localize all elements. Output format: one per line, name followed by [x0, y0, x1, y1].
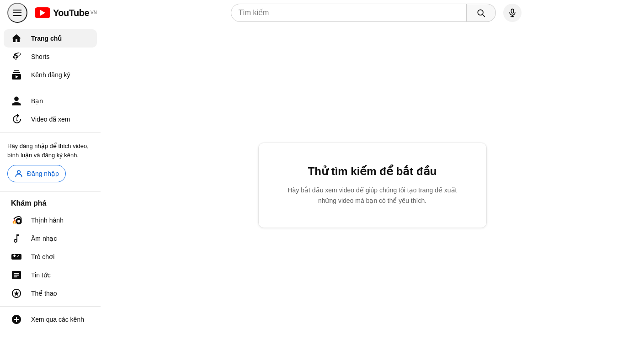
search-input-wrap	[231, 4, 467, 22]
main-content: Thử tìm kiếm để bắt đầu Hãy bắt đầu xem …	[101, 26, 644, 345]
sports-icon	[11, 288, 22, 299]
sidebar-item-kenh-dang-ky[interactable]: Kênh đăng ký	[4, 66, 97, 84]
header-left: YouTube VN	[7, 3, 108, 23]
svg-line-4	[483, 15, 485, 17]
home-icon	[11, 33, 22, 44]
svg-rect-5	[511, 9, 513, 13]
svg-point-8	[17, 170, 21, 174]
mic-button[interactable]	[503, 4, 522, 22]
sidebar-label-thinh-hanh: Thịnh hành	[31, 217, 64, 224]
svg-text:🔥: 🔥	[12, 219, 17, 224]
subscriptions-icon	[11, 69, 22, 80]
sidebar-label-trang-chu: Trang chủ	[31, 35, 62, 42]
sidebar-item-video-da-xem[interactable]: Video đã xem	[4, 110, 97, 128]
sidebar-label-ban: Bạn	[31, 97, 43, 105]
mic-icon	[508, 8, 517, 17]
sidebar-item-ban[interactable]: Bạn	[4, 92, 97, 110]
search-bar	[231, 4, 496, 22]
sidebar-item-xem-qua-kenh[interactable]: Xem qua các kênh	[4, 310, 97, 329]
gaming-icon	[11, 251, 22, 262]
sidebar-item-trang-chu[interactable]: Trang chủ	[4, 29, 97, 48]
search-icon	[476, 8, 485, 17]
logo-text: YouTube	[53, 8, 89, 18]
youtube-logo[interactable]: YouTube VN	[35, 7, 97, 18]
sidebar-item-tin-tuc[interactable]: Tin tức	[4, 266, 97, 284]
sidebar-label-kenh-dang-ky: Kênh đăng ký	[31, 71, 70, 79]
trending-icon: 🔥	[11, 215, 22, 226]
sidebar-item-tro-choi[interactable]: Trò chơi	[4, 248, 97, 266]
search-input[interactable]	[239, 9, 459, 17]
music-icon	[11, 233, 22, 244]
sidebar-item-shorts[interactable]: Shorts	[4, 48, 97, 66]
signin-label: Đăng nhập	[27, 170, 59, 177]
search-button[interactable]	[467, 4, 496, 22]
sidebar-label-video-da-xem: Video đã xem	[31, 116, 70, 123]
header-center	[115, 4, 637, 22]
sidebar-label-tin-tuc: Tin tức	[31, 271, 51, 279]
news-icon	[11, 270, 22, 281]
explore-title: Khám phá	[0, 196, 101, 211]
browse-icon	[11, 314, 22, 325]
youtube-logo-icon	[35, 7, 50, 18]
signin-person-icon	[14, 169, 23, 178]
sidebar-divider-4	[0, 306, 101, 307]
sidebar-label-am-nhac: Âm nhạc	[31, 235, 57, 242]
empty-state-title: Thử tìm kiếm để bắt đầu	[286, 165, 459, 178]
signin-button[interactable]: Đăng nhập	[7, 165, 66, 182]
sidebar-item-the-thao[interactable]: Thể thao	[4, 284, 97, 303]
sidebar-label-tro-choi: Trò chơi	[31, 253, 54, 260]
sidebar-divider-2	[0, 132, 101, 133]
empty-state-desc: Hãy bắt đầu xem video để giúp chúng tôi …	[286, 185, 459, 206]
sidebar-divider-3	[0, 191, 101, 192]
shorts-icon	[11, 51, 22, 62]
sidebar-item-thinh-hanh[interactable]: 🔥 Thịnh hành	[4, 211, 97, 229]
sidebar-divider-1	[0, 88, 101, 88]
empty-state-card: Thử tìm kiếm để bắt đầu Hãy bắt đầu xem …	[258, 143, 487, 228]
logo-country: VN	[90, 10, 97, 15]
sidebar-label-the-thao: Thể thao	[31, 290, 57, 297]
header: YouTube VN	[0, 0, 644, 26]
signin-text: Hãy đăng nhập để thích video, bình luận …	[7, 142, 93, 159]
history-icon	[11, 114, 22, 125]
sidebar: Trang chủ Shorts Kênh đăng ký Bạn	[0, 26, 101, 345]
signin-section: Hãy đăng nhập để thích video, bình luận …	[0, 136, 101, 188]
sidebar-label-shorts: Shorts	[31, 53, 49, 60]
person-icon	[11, 96, 22, 106]
sidebar-item-am-nhac[interactable]: Âm nhạc	[4, 229, 97, 248]
menu-button[interactable]	[7, 3, 27, 23]
sidebar-label-xem-qua-kenh: Xem qua các kênh	[31, 316, 84, 323]
hamburger-icon	[12, 7, 23, 18]
